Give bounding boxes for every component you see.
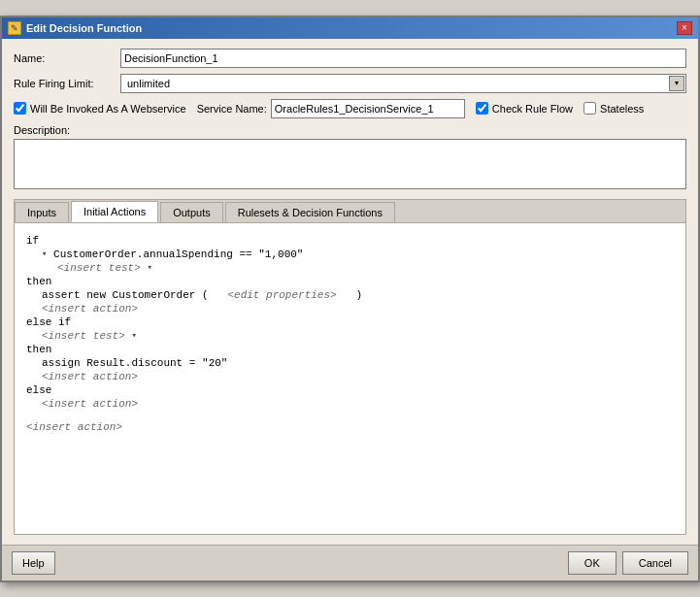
stateless-label: Stateless [600, 103, 644, 115]
webservice-label: Will Be Invoked As A Webservice [30, 103, 186, 115]
ok-button[interactable]: OK [568, 551, 617, 575]
rule-firing-row: Rule Firing Limit: unlimited ▾ [14, 74, 686, 93]
condition-dropdown-arrow[interactable]: ▾ [42, 249, 47, 259]
insert-action-3-line: <insert action> [42, 398, 674, 410]
dialog-footer: Help OK Cancel [2, 545, 698, 580]
insert-test-2-line: <insert test> ▾ [42, 330, 674, 342]
insert-action-2-line: <insert action> [42, 371, 674, 382]
else-keyword: else [26, 384, 51, 396]
stateless-checkbox[interactable] [583, 102, 596, 115]
insert-action-1-line: <insert action> [42, 303, 674, 315]
then-2-line: then [26, 344, 674, 355]
edit-props[interactable]: <edit properties> [227, 289, 336, 301]
edit-decision-function-dialog: ✎ Edit Decision Function × Name: Rule Fi… [0, 16, 700, 582]
description-textarea[interactable] [14, 139, 686, 189]
tabs-header: Inputs Initial Actions Outputs Rulesets … [15, 200, 685, 223]
tab-initial-actions[interactable]: Initial Actions [71, 201, 158, 222]
insert-action-3[interactable]: <insert action> [42, 398, 138, 410]
check-rule-flow-label: Check Rule Flow [492, 103, 573, 115]
tab-inputs[interactable]: Inputs [15, 202, 69, 222]
insert-test-2-dropdown[interactable]: ▾ [131, 330, 136, 341]
action-2-text[interactable]: assign Result.discount = "20" [42, 357, 227, 369]
insert-action-4[interactable]: <insert action> [26, 421, 122, 433]
name-row: Name: [14, 49, 686, 68]
help-button[interactable]: Help [12, 551, 55, 575]
then-1-keyword: then [26, 276, 51, 287]
insert-test-1-line: <insert test> ▾ [57, 262, 674, 274]
cancel-button[interactable]: Cancel [622, 551, 688, 575]
condition-text[interactable]: CustomerOrder.annualSpending == "1,000" [53, 249, 303, 260]
close-button[interactable]: × [677, 21, 692, 35]
service-name-label: Service Name: [197, 103, 267, 115]
action-2-line: assign Result.discount = "20" [42, 357, 674, 369]
rule-firing-label: Rule Firing Limit: [14, 78, 120, 89]
webservice-checkbox[interactable] [14, 102, 26, 115]
rule-firing-select[interactable]: unlimited [120, 74, 686, 93]
tabs-container: Inputs Initial Actions Outputs Rulesets … [14, 199, 686, 535]
else-line: else [26, 384, 674, 396]
service-name-input[interactable] [271, 99, 465, 118]
insert-test-1-dropdown[interactable]: ▾ [147, 262, 151, 273]
action-1-text: assert new CustomerOrder ( <edit propert… [42, 289, 362, 301]
title-bar-left: ✎ Edit Decision Function [8, 21, 142, 35]
rule-firing-select-wrapper: unlimited ▾ [120, 74, 686, 93]
insert-test-1[interactable]: <insert test> [57, 262, 141, 274]
footer-left: Help [12, 551, 55, 575]
then-1-line: then [26, 276, 674, 287]
checkbox-row: Will Be Invoked As A Webservice Service … [14, 99, 686, 118]
insert-action-1[interactable]: <insert action> [42, 303, 138, 315]
insert-action-4-line: <insert action> [26, 421, 674, 433]
footer-right: OK Cancel [568, 551, 688, 575]
name-label: Name: [14, 52, 120, 64]
action-1-close: ) [355, 289, 362, 301]
description-label: Description: [14, 124, 686, 136]
if-keyword: if [26, 235, 39, 247]
condition-line: ▾ CustomerOrder.annualSpending == "1,000… [42, 249, 674, 260]
check-rule-flow-checkbox[interactable] [476, 102, 488, 115]
else-if-keyword: else if [26, 316, 71, 328]
title-bar: ✎ Edit Decision Function × [2, 17, 698, 39]
insert-action-2[interactable]: <insert action> [42, 371, 138, 382]
tab-rulesets[interactable]: Rulesets & Decision Functions [225, 202, 395, 222]
tab-outputs[interactable]: Outputs [160, 202, 223, 222]
action-1-line: assert new CustomerOrder ( <edit propert… [42, 289, 674, 301]
name-input[interactable] [120, 49, 686, 68]
if-line: if [26, 235, 674, 247]
dialog-title: Edit Decision Function [26, 22, 142, 34]
dialog-body: Name: Rule Firing Limit: unlimited ▾ Wil… [2, 39, 698, 545]
dialog-icon: ✎ [8, 21, 21, 35]
tab-content-initial-actions: if ▾ CustomerOrder.annualSpending == "1,… [15, 223, 685, 534]
else-if-line: else if [26, 316, 674, 328]
insert-test-2[interactable]: <insert test> [42, 330, 125, 342]
then-2-keyword: then [26, 344, 51, 355]
